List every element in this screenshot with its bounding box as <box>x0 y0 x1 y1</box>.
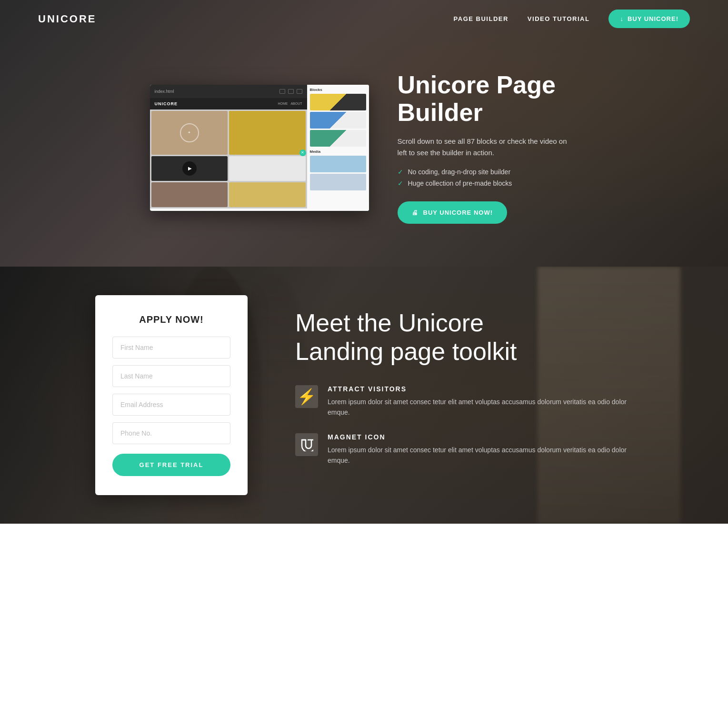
hero-description: Scroll down to see all 87 blocks or chec… <box>398 136 578 159</box>
mockup-media-thumb-1 <box>310 156 366 172</box>
hero-feature-1: ✓ No coding, drag-n-drop site builder <box>398 168 578 176</box>
feature-attract: ⚡ ATTRACT VISITORS Lorem ipsum dolor sit… <box>295 385 633 418</box>
feature-magnet-text: MAGNET ICON Lorem ipsum dolor sit amet c… <box>328 433 633 466</box>
mockup-block-thumb-2 <box>310 112 366 129</box>
mockup-image-3: ▶ <box>151 156 228 181</box>
section2-content: APPLY NOW! GET FREE TRIAL Meet the Unico… <box>0 267 728 524</box>
mockup-mobile-icon <box>279 89 285 94</box>
mockup-header-logo: UNICORE <box>155 101 178 106</box>
lightning-icon: ⚡ <box>295 385 318 408</box>
apply-form-card: APPLY NOW! GET FREE TRIAL <box>95 295 248 495</box>
mockup-tablet-icon <box>288 89 294 94</box>
phone-input[interactable] <box>112 422 230 444</box>
nav-buy-button[interactable]: ↓ BUY UNICORE! <box>608 10 690 28</box>
feature-attract-desc: Lorem ipsum dolor sit amet consec tetur … <box>328 397 633 418</box>
mockup-image-4 <box>229 156 306 181</box>
mockup-image-5 <box>151 182 228 207</box>
nav-logo: UNICORE <box>38 13 96 25</box>
mockup-right-panel: Blocks Media ✕ <box>307 85 369 211</box>
mockup-toolbar-icons <box>279 89 302 94</box>
mockup-toolbar: index.html <box>150 85 307 98</box>
hero-title: Unicore Page Builder <box>398 71 578 126</box>
mockup-header: UNICORE HOME ABOUT <box>150 98 307 109</box>
hero-text: Unicore Page Builder Scroll down to see … <box>398 71 578 223</box>
hero-content: index.html UNICORE HOME ABOUT <box>150 43 578 223</box>
mockup-media-label: Media <box>310 149 366 154</box>
hero-features-list: ✓ No coding, drag-n-drop site builder ✓ … <box>398 168 578 187</box>
mockup-media-thumb-2 <box>310 174 366 190</box>
magnet-icon <box>295 433 318 456</box>
mockup-file-name: index.html <box>155 89 174 94</box>
section2-right-content: Meet the Unicore Landing page toolkit ⚡ … <box>295 309 633 481</box>
mockup-image-1: ✦ <box>151 111 228 155</box>
lightning-icon-wrapper: ⚡ <box>295 385 318 408</box>
section2: APPLY NOW! GET FREE TRIAL Meet the Unico… <box>0 267 728 524</box>
first-name-input[interactable] <box>112 337 230 358</box>
hero-cta-button[interactable]: 🖨 BUY UNICORE NOW! <box>398 201 507 224</box>
download-icon: ↓ <box>620 15 624 22</box>
email-address-input[interactable] <box>112 394 230 416</box>
builder-mockup-wrapper: index.html UNICORE HOME ABOUT <box>150 85 369 211</box>
nav-links: PAGE BUILDER VIDEO TUTORIAL ↓ BUY UNICOR… <box>454 10 690 28</box>
feature-attract-title: ATTRACT VISITORS <box>328 385 633 393</box>
mockup-play-button[interactable]: ▶ <box>182 161 197 176</box>
last-name-input[interactable] <box>112 365 230 387</box>
cart-icon: 🖨 <box>412 209 419 216</box>
nav-link-page-builder[interactable]: PAGE BUILDER <box>454 15 509 22</box>
mockup-image-6 <box>229 182 306 207</box>
hero-section: index.html UNICORE HOME ABOUT <box>0 0 728 267</box>
nav-link-video-tutorial[interactable]: VIDEO TUTORIAL <box>528 15 590 22</box>
mockup-media-section: Media <box>310 149 366 190</box>
get-free-trial-button[interactable]: GET FREE TRIAL <box>112 454 230 476</box>
feature-magnet-desc: Lorem ipsum dolor sit amet consec tetur … <box>328 445 633 466</box>
mockup-nav-home: HOME <box>278 102 288 105</box>
feature-magnet-title: MAGNET ICON <box>328 433 633 441</box>
mockup-header-links: HOME ABOUT <box>278 102 302 105</box>
builder-mockup: index.html UNICORE HOME ABOUT <box>150 85 369 211</box>
hero-feature-2: ✓ Huge collection of pre-made blocks <box>398 179 578 187</box>
mockup-left-panel: index.html UNICORE HOME ABOUT <box>150 85 307 211</box>
check-icon-2: ✓ <box>398 179 403 187</box>
mockup-desktop-icon <box>297 89 302 94</box>
mockup-image-2 <box>229 111 306 155</box>
feature-magnet: MAGNET ICON Lorem ipsum dolor sit amet c… <box>295 433 633 466</box>
check-icon-1: ✓ <box>398 168 403 176</box>
feature-attract-text: ATTRACT VISITORS Lorem ipsum dolor sit a… <box>328 385 633 418</box>
mockup-block-thumb-1 <box>310 94 366 110</box>
mockup-logo-badge: ✦ <box>180 123 199 142</box>
mockup-block-thumb-3 <box>310 130 366 147</box>
mockup-nav-about: ABOUT <box>290 102 302 105</box>
mockup-image-grid: ✦ ▶ <box>150 109 307 209</box>
section2-main-title: Meet the Unicore Landing page toolkit <box>295 309 633 366</box>
apply-title: APPLY NOW! <box>112 314 230 325</box>
magnet-icon-wrapper <box>295 433 318 456</box>
mockup-blocks-label: Blocks <box>310 88 366 92</box>
navbar: UNICORE PAGE BUILDER VIDEO TUTORIAL ↓ BU… <box>0 0 728 38</box>
